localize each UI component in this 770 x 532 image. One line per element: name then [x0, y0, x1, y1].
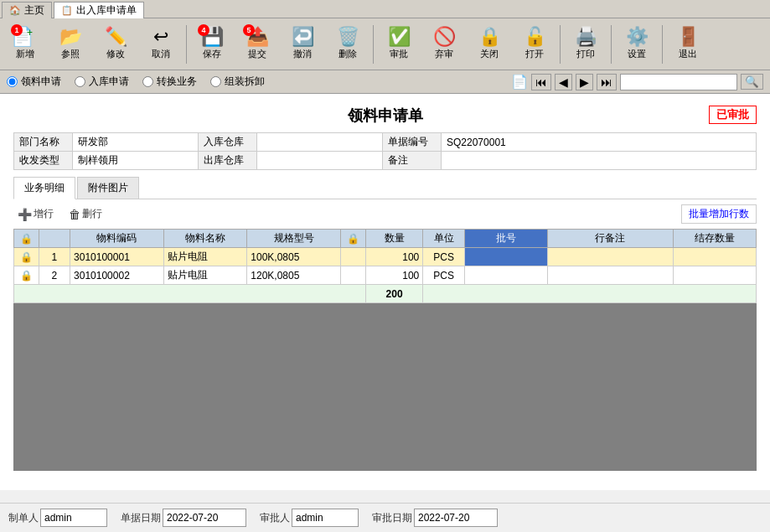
ref-button[interactable]: 📂 参照	[49, 22, 92, 67]
first-btn[interactable]: ⏮	[531, 74, 551, 90]
wh-in-value	[257, 133, 383, 152]
exit-label: 退出	[679, 48, 697, 60]
separator-1	[186, 25, 187, 64]
batch-add-button[interactable]: 批量增加行数	[681, 204, 757, 224]
row2-name[interactable]: 贴片电阻	[163, 266, 246, 285]
row2-qty[interactable]: 100	[365, 266, 422, 285]
radio-conversion[interactable]: 转换业务	[142, 75, 197, 89]
unapprove-button[interactable]: 🚫 弃审	[422, 22, 466, 67]
row2-batch[interactable]	[465, 266, 548, 285]
exit-button[interactable]: 🚪 退出	[666, 22, 710, 67]
open-button[interactable]: 🔓 打开	[513, 22, 556, 67]
row1-code[interactable]: 3010100001	[70, 248, 164, 266]
close-button[interactable]: 🔒 关闭	[468, 22, 511, 67]
tab-detail[interactable]: 业务明细	[13, 177, 75, 199]
form-fields: 部门名称 研发部 入库仓库 单据编号 SQ22070001 收发类型 制样领用 …	[13, 132, 757, 170]
creator-group: 制单人	[8, 509, 107, 527]
receive-label: 收发类型	[14, 152, 73, 170]
next-btn[interactable]: ▶	[576, 74, 593, 90]
page-icon[interactable]: 📄	[511, 74, 528, 90]
doc-date-input[interactable]	[163, 509, 246, 527]
tab-attachment[interactable]: 附件图片	[77, 177, 139, 199]
radio-conversion-label: 转换业务	[157, 75, 197, 89]
row1-spec[interactable]: 100K,0805	[247, 248, 341, 266]
print-label: 打印	[576, 48, 595, 60]
toolbar: 1 📄+ 新增 📂 参照 ✏️ 修改 ↩ 取消 4 💾 保存 5 📤 提交 ↩️…	[0, 18, 770, 70]
col-stock-header: 结存数量	[673, 230, 756, 248]
row2-code[interactable]: 3010100002	[70, 266, 164, 285]
approve-label: 审批	[390, 48, 408, 60]
save-badge: 4	[198, 24, 209, 36]
search-button[interactable]: 🔍	[741, 74, 763, 90]
print-button[interactable]: 🖨️ 打印	[564, 22, 607, 67]
radio-lingkao[interactable]: 领料申请	[7, 75, 61, 89]
row1-name[interactable]: 贴片电阻	[163, 248, 246, 266]
doc-icon: 📋	[61, 5, 73, 16]
row1-remark[interactable]	[548, 248, 673, 266]
add-row-button[interactable]: ➕ 增行	[13, 204, 58, 224]
del-row-button[interactable]: 🗑 删行	[65, 204, 106, 224]
add-row-icon: ➕	[18, 208, 32, 221]
approve-date-label: 审批日期	[372, 511, 412, 525]
new-button[interactable]: 1 📄+ 新增	[3, 22, 47, 67]
close-icon: 🔒	[478, 28, 501, 46]
del-row-label: 删行	[82, 207, 102, 221]
revoke-button[interactable]: ↩️ 撤消	[281, 22, 324, 67]
table-row[interactable]: 🔒 1 3010100001 贴片电阻 100K,0805 100 PCS	[14, 248, 757, 266]
wh-out-value	[257, 152, 383, 170]
submit-label: 提交	[248, 48, 266, 60]
separator-5	[662, 25, 663, 64]
row2-lock: 🔒	[14, 266, 39, 285]
creator-input[interactable]	[40, 509, 107, 527]
delete-label: 删除	[338, 48, 357, 60]
content-tabs: 业务明细 附件图片	[13, 177, 757, 199]
tab-inout-label: 出入库申请单	[76, 3, 137, 18]
separator-4	[611, 25, 612, 64]
submit-badge: 5	[243, 24, 255, 36]
print-icon: 🖨️	[575, 28, 597, 46]
col-name-header: 物料名称	[163, 230, 246, 248]
del-row-icon: 🗑	[69, 208, 80, 221]
row2-remark[interactable]	[548, 266, 673, 285]
radio-assemble[interactable]: 组装拆卸	[210, 75, 265, 89]
approve-button[interactable]: ✅ 审批	[377, 22, 421, 67]
prev-btn[interactable]: ◀	[555, 74, 572, 90]
ref-icon: 📂	[59, 28, 82, 46]
separator-2	[373, 25, 374, 64]
radio-ruku[interactable]: 入库申请	[75, 75, 129, 89]
total-row: 200	[14, 285, 757, 303]
row2-spec[interactable]: 120K,0805	[247, 266, 341, 285]
col-remark-header: 行备注	[548, 230, 673, 248]
edit-label: 修改	[106, 48, 125, 60]
tab-home[interactable]: 🏠 主页	[2, 2, 52, 18]
settings-label: 设置	[628, 48, 646, 60]
edit-button[interactable]: ✏️ 修改	[94, 22, 137, 67]
approver-input[interactable]	[292, 509, 359, 527]
settings-button[interactable]: ⚙️ 设置	[615, 22, 659, 67]
last-btn[interactable]: ⏭	[597, 74, 617, 90]
save-button[interactable]: 4 💾 保存	[190, 22, 234, 67]
data-table: 🔒 物料编码 物料名称 规格型号 🔒 数量 单位 批号 行备注 结存数量 🔒	[13, 229, 757, 303]
row2-spec-lock	[341, 266, 366, 285]
row1-spec-lock	[341, 248, 366, 266]
col-unit-header: 单位	[423, 230, 465, 248]
form-footer: 制单人 单据日期 审批人 审批日期	[0, 503, 770, 532]
cancel-label: 取消	[152, 48, 170, 60]
cancel-button[interactable]: ↩ 取消	[139, 22, 183, 67]
row2-num: 2	[39, 266, 70, 285]
row1-qty[interactable]: 100	[365, 248, 422, 266]
search-input[interactable]	[620, 74, 737, 90]
tab-inout[interactable]: 📋 出入库申请单	[54, 2, 144, 18]
total-qty: 200	[365, 285, 422, 303]
approver-group: 审批人	[260, 509, 359, 527]
submit-button[interactable]: 5 📤 提交	[235, 22, 279, 67]
table-row[interactable]: 🔒 2 3010100002 贴片电阻 120K,0805 100 PCS	[14, 266, 757, 285]
docno-value: SQ22070001	[442, 133, 757, 152]
approve-date-input[interactable]	[414, 509, 498, 527]
delete-button[interactable]: 🗑️ 删除	[326, 22, 369, 67]
row1-batch[interactable]	[465, 248, 548, 266]
unapprove-label: 弃审	[435, 48, 453, 60]
radio-assemble-label: 组装拆卸	[225, 75, 265, 89]
add-row-label: 增行	[34, 207, 54, 221]
revoke-label: 撤消	[293, 48, 312, 60]
